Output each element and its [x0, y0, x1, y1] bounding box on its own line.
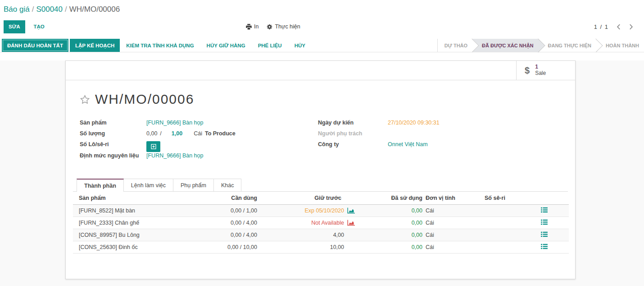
breadcrumb-separator: /: [30, 5, 36, 14]
cell-used: 0,00: [355, 241, 422, 254]
area-chart-icon[interactable]: [347, 208, 355, 214]
field-label: Ngày dự kiến: [318, 119, 388, 126]
pager-value: 1 / 1: [594, 23, 608, 30]
chevron-right-icon[interactable]: [629, 24, 633, 30]
sale-stat-button[interactable]: $ 1 Sale: [516, 61, 575, 80]
button-box: $ 1 Sale: [66, 61, 575, 80]
cell-reserved: 4,00: [333, 232, 344, 238]
mark-done-button[interactable]: ĐÁNH DẤU HOÀN TẤT: [2, 39, 68, 52]
cell-uom: Cái: [422, 241, 485, 254]
field-bom: Định mức nguyên liệu [FURN_9666] Bàn họp: [80, 152, 311, 163]
cell-serial: [485, 241, 519, 254]
form-sheet: $ 1 Sale WH/MO/00006 Sản phẩm [FURN_9666…: [65, 60, 576, 279]
create-button[interactable]: TẠO: [29, 20, 50, 33]
pager: 1 / 1: [594, 23, 633, 30]
stat-label: Sale: [535, 70, 546, 77]
list-icon[interactable]: [541, 231, 548, 237]
content-area: $ 1 Sale WH/MO/00006 Sản phẩm [FURN_9666…: [0, 60, 644, 286]
quantity-state: To Produce: [205, 130, 236, 137]
tab-components[interactable]: Thành phần: [77, 179, 124, 192]
star-icon[interactable]: [80, 94, 90, 105]
table-row[interactable]: [CONS_89957] Bu Lông 0,00 / 4,00 4,00 0,…: [73, 229, 569, 241]
company-link[interactable]: Onnet Việt Nam: [388, 141, 428, 148]
table-row[interactable]: [CONS_25630] Đinh ốc 0,00 / 10,00 10,00 …: [73, 241, 569, 254]
edit-button[interactable]: SỬA: [4, 20, 25, 33]
cell-product: [CONS_25630] Đinh ốc: [73, 241, 186, 254]
quantity-to-produce: 1,00: [172, 130, 182, 137]
control-bar: SỬA TẠO In Thực hiện 1 / 1: [0, 18, 644, 35]
field-lot: Số Lô/sê-ri: [80, 141, 311, 152]
list-icon[interactable]: [541, 219, 548, 225]
field-company: Công ty Onnet Việt Nam: [318, 141, 568, 152]
plan-button[interactable]: LẬP KẾ HOẠCH: [70, 39, 120, 52]
field-product: Sản phẩm [FURN_9666] Bàn họp: [80, 119, 311, 130]
status-step-draft[interactable]: DỰ THẢO: [437, 39, 472, 52]
header-serial[interactable]: Số sê-ri: [485, 192, 519, 205]
field-label: Định mức nguyên liệu: [80, 152, 146, 159]
list-icon[interactable]: [541, 244, 548, 249]
cell-product: [FURN_8522] Mặt bàn: [73, 205, 186, 217]
list-icon[interactable]: [541, 207, 548, 213]
field-label: Người phụ trách: [318, 130, 388, 137]
breadcrumb-link-order[interactable]: S00040: [36, 5, 63, 14]
field-label: Số lượng: [80, 130, 146, 137]
sheet-body: WH/MO/00006 Sản phẩm [FURN_9666] Bàn họp…: [66, 92, 575, 254]
field-responsible: Người phụ trách: [318, 130, 568, 141]
product-link[interactable]: [FURN_9666] Bàn họp: [146, 119, 203, 126]
cell-serial: [485, 229, 519, 241]
header-buttons: [519, 192, 569, 205]
tab-byproducts[interactable]: Phụ phẩm: [173, 179, 214, 191]
quantity-done: 0,00: [146, 130, 157, 137]
print-menu[interactable]: In: [246, 23, 259, 30]
header-used[interactable]: Đã sử dụng: [355, 192, 422, 205]
table-header-row: Sản phẩm Cần dùng Giữ trước Đã sử dụng Đ…: [73, 192, 569, 205]
field-label: Công ty: [318, 141, 388, 148]
tab-work-orders[interactable]: Lệnh làm việc: [123, 179, 173, 191]
status-step-progress[interactable]: ĐANG THỰC HIỆN: [539, 39, 597, 52]
header-reserved[interactable]: Giữ trước: [257, 192, 355, 205]
cell-uom: Cái: [422, 217, 485, 229]
bom-link[interactable]: [FURN_9666] Bàn họp: [146, 152, 203, 159]
action-menu[interactable]: Thực hiện: [267, 23, 300, 30]
cell-needed: 0,00 / 1,00: [186, 205, 257, 217]
status-step-confirmed[interactable]: ĐÃ ĐƯỢC XÁC NHẬN: [472, 39, 538, 52]
status-row: ĐÁNH DẤU HOÀN TẤT LẬP KẾ HOẠCH KIỂM TRA …: [0, 39, 644, 52]
unreserve-button[interactable]: HỦY GIỮ HÀNG: [200, 39, 252, 52]
breadcrumb-link-quotation[interactable]: Báo giá: [4, 5, 30, 14]
cell-used: 0,00: [355, 229, 422, 241]
cell-uom: Cái: [422, 205, 485, 217]
gear-icon: [267, 24, 272, 30]
quantity-separator: /: [160, 130, 161, 137]
field-label: Sản phẩm: [80, 119, 146, 126]
cell-needed: 0,00 / 4,00: [186, 217, 257, 229]
add-lot-button[interactable]: [146, 141, 160, 152]
cell-uom: Cái: [422, 229, 485, 241]
plus-square-icon: [151, 144, 156, 149]
scrap-button[interactable]: PHẾ LIỆU: [252, 39, 288, 52]
field-quantity: Số lượng 0,00/1,00CáiTo Produce: [80, 130, 311, 141]
cancel-button[interactable]: HỦY: [288, 39, 312, 52]
components-table: Sản phẩm Cần dùng Giữ trước Đã sử dụng Đ…: [73, 192, 569, 254]
field-label: Số Lô/sê-ri: [80, 141, 146, 148]
table-row[interactable]: [FURN_2333] Chân ghế 0,00 / 4,00 Not Ava…: [73, 217, 569, 229]
cell-serial: [485, 205, 519, 217]
notebook-tabs: Thành phần Lệnh làm việc Phụ phẩm Khác: [73, 179, 568, 192]
table-row[interactable]: [FURN_8522] Mặt bàn 0,00 / 1,00 Exp 05/1…: [73, 205, 569, 217]
tab-misc[interactable]: Khác: [213, 179, 242, 191]
cell-used: 0,00: [355, 205, 422, 217]
cell-needed: 0,00 / 4,00: [186, 229, 257, 241]
header-product[interactable]: Sản phẩm: [73, 192, 186, 205]
quantity-uom: Cái: [194, 130, 202, 137]
dollar-icon: $: [525, 65, 530, 76]
printer-icon: [246, 24, 252, 30]
check-availability-button[interactable]: KIỂM TRA TÍNH KHẢ DỤNG: [120, 39, 200, 52]
status-step-done[interactable]: HOÀN THÀNH: [596, 39, 644, 52]
header-needed[interactable]: Cần dùng: [186, 192, 257, 205]
page-title: WH/MO/00006: [95, 92, 194, 107]
header-uom[interactable]: Đơn vị tính: [422, 192, 485, 205]
area-chart-icon[interactable]: [347, 220, 355, 226]
chevron-left-icon[interactable]: [617, 24, 621, 30]
breadcrumb-current: WH/MO/00006: [69, 5, 120, 14]
scheduled-date: 27/10/2020 09:30:31: [388, 119, 440, 126]
cell-reserved: 10,00: [330, 244, 344, 250]
